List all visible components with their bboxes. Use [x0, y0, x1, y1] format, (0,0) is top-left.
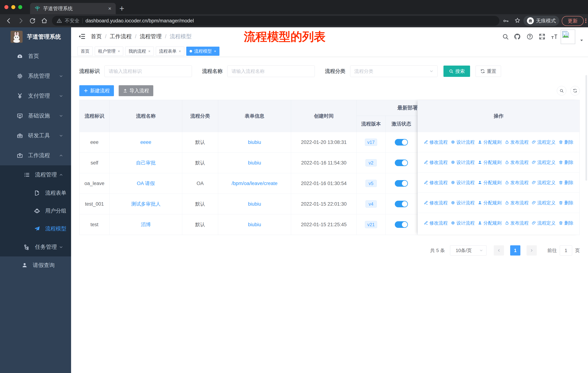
- back-icon[interactable]: [5, 18, 12, 24]
- tag-tenant[interactable]: 租户管理×: [95, 47, 123, 56]
- design-process-link[interactable]: 设计流程: [451, 139, 475, 145]
- tag-home[interactable]: 首页: [77, 47, 93, 56]
- breadcrumb-home[interactable]: 首页: [91, 33, 102, 40]
- new-tab-button[interactable]: +: [119, 4, 124, 13]
- github-icon[interactable]: [514, 33, 521, 40]
- close-icon[interactable]: ×: [148, 49, 150, 53]
- edit-process-link[interactable]: 修改流程: [424, 220, 448, 226]
- assign-rule-link[interactable]: 分配规则: [478, 200, 502, 206]
- browser-update-button[interactable]: 更新: [562, 16, 584, 26]
- reload-icon[interactable]: [29, 18, 36, 24]
- publish-process-link[interactable]: 发布流程: [505, 200, 529, 206]
- close-tab-icon[interactable]: ×: [108, 5, 111, 12]
- sidebar-item-system[interactable]: 系统管理: [0, 66, 71, 86]
- form-info-link[interactable]: /bpm/oa/leave/create: [218, 173, 291, 194]
- next-page-button[interactable]: [526, 245, 537, 255]
- form-info-link[interactable]: biubiu: [218, 132, 291, 152]
- forward-icon[interactable]: [18, 18, 24, 24]
- sidebar-item-infrastructure[interactable]: 基础设施: [0, 106, 71, 126]
- sidebar-item-payment[interactable]: 支付管理: [0, 86, 71, 106]
- fullscreen-icon[interactable]: [539, 33, 546, 40]
- edit-process-link[interactable]: 修改流程: [424, 180, 448, 186]
- refresh-table-button[interactable]: [570, 86, 580, 95]
- active-toggle[interactable]: [395, 160, 408, 166]
- assign-rule-link[interactable]: 分配规则: [478, 159, 502, 165]
- home-icon[interactable]: [41, 18, 48, 24]
- address-bar[interactable]: 不安全 dashboard.yudao.iocoder.cn/bpm/manag…: [52, 16, 499, 26]
- sidebar-item-home[interactable]: 首页: [0, 46, 71, 66]
- process-name-input[interactable]: 请输入流程名称: [227, 65, 315, 77]
- edit-process-link[interactable]: 修改流程: [424, 159, 448, 165]
- reset-button[interactable]: 重置: [475, 66, 501, 77]
- search-button[interactable]: 搜索: [443, 66, 470, 77]
- breadcrumb-workflow[interactable]: 工作流程: [110, 33, 132, 40]
- sidebar-logo[interactable]: 芋道管理系统: [0, 27, 71, 46]
- active-toggle[interactable]: [395, 201, 408, 207]
- delete-link[interactable]: 删除: [559, 220, 573, 226]
- sidebar-item-process-model[interactable]: 流程模型: [0, 220, 71, 238]
- delete-link[interactable]: 删除: [559, 180, 573, 186]
- active-toggle[interactable]: [395, 221, 408, 228]
- import-process-button[interactable]: 导入流程: [119, 85, 153, 96]
- process-name-link[interactable]: 滔博: [110, 214, 182, 235]
- assign-rule-link[interactable]: 分配规则: [478, 180, 502, 186]
- design-process-link[interactable]: 设计流程: [451, 200, 475, 206]
- sidebar-item-devtools[interactable]: 研发工具: [0, 126, 71, 146]
- browser-tab[interactable]: 芋道管理系统 ×: [30, 3, 116, 14]
- design-process-link[interactable]: 设计流程: [451, 180, 475, 186]
- close-icon[interactable]: ×: [179, 49, 181, 53]
- process-definition-link[interactable]: 流程定义: [532, 139, 556, 145]
- process-definition-link[interactable]: 流程定义: [532, 220, 556, 226]
- show-search-button[interactable]: [557, 86, 566, 95]
- form-info-link[interactable]: biubiu: [218, 214, 291, 235]
- assign-rule-link[interactable]: 分配规则: [478, 220, 502, 226]
- create-process-button[interactable]: 新建流程: [79, 85, 114, 96]
- publish-process-link[interactable]: 发布流程: [505, 139, 529, 145]
- page-number-button[interactable]: 1: [510, 245, 520, 255]
- tag-process-form[interactable]: 流程表单×: [156, 47, 184, 56]
- process-definition-link[interactable]: 流程定义: [532, 200, 556, 206]
- tag-my-process[interactable]: 我的流程×: [125, 47, 154, 56]
- process-category-select[interactable]: 流程分类: [350, 65, 438, 77]
- minimize-window-button[interactable]: [11, 5, 15, 9]
- close-icon[interactable]: ×: [118, 49, 120, 53]
- zoom-window-button[interactable]: [18, 5, 22, 9]
- avatar-caret-icon[interactable]: [579, 38, 584, 43]
- process-definition-link[interactable]: 流程定义: [532, 159, 556, 165]
- form-info-link[interactable]: biubiu: [218, 153, 291, 173]
- delete-link[interactable]: 删除: [559, 159, 573, 165]
- scrollbar-thumb[interactable]: [586, 75, 587, 181]
- help-icon[interactable]: [526, 33, 533, 40]
- close-icon[interactable]: ×: [214, 49, 216, 53]
- breadcrumb-process-management[interactable]: 流程管理: [140, 33, 162, 40]
- design-process-link[interactable]: 设计流程: [451, 159, 475, 165]
- sidebar-item-process-management[interactable]: 流程管理: [0, 165, 71, 184]
- tag-process-model[interactable]: 流程模型×: [186, 47, 220, 56]
- assign-rule-link[interactable]: 分配规则: [478, 139, 502, 145]
- process-name-link[interactable]: 测试多审批人: [110, 194, 182, 214]
- sidebar-item-process-form[interactable]: 流程表单: [0, 184, 71, 202]
- bookmark-star-icon[interactable]: [514, 17, 521, 23]
- sidebar-item-user-group[interactable]: 用户分组: [0, 202, 71, 220]
- process-name-link[interactable]: eeee: [110, 132, 182, 152]
- edit-process-link[interactable]: 修改流程: [424, 139, 448, 145]
- prev-page-button[interactable]: [494, 245, 504, 255]
- sidebar-item-workflow[interactable]: 工作流程: [0, 146, 71, 165]
- process-definition-link[interactable]: 流程定义: [532, 180, 556, 186]
- page-size-select[interactable]: 10条/页: [450, 245, 486, 255]
- sidebar-item-task-management[interactable]: 任务管理: [0, 238, 71, 256]
- delete-link[interactable]: 删除: [559, 139, 573, 145]
- browser-menu-icon[interactable]: [583, 18, 588, 24]
- header-search-icon[interactable]: [502, 33, 509, 40]
- process-name-link[interactable]: OA 请假: [110, 173, 182, 194]
- publish-process-link[interactable]: 发布流程: [505, 180, 529, 186]
- user-avatar[interactable]: [561, 30, 575, 44]
- process-name-link[interactable]: 自己审批: [110, 153, 182, 173]
- active-toggle[interactable]: [395, 139, 408, 146]
- design-process-link[interactable]: 设计流程: [451, 220, 475, 226]
- edit-process-link[interactable]: 修改流程: [424, 200, 448, 206]
- form-info-link[interactable]: biubiu: [218, 194, 291, 214]
- font-size-icon[interactable]: [551, 33, 558, 40]
- publish-process-link[interactable]: 发布流程: [505, 220, 529, 226]
- publish-process-link[interactable]: 发布流程: [505, 159, 529, 165]
